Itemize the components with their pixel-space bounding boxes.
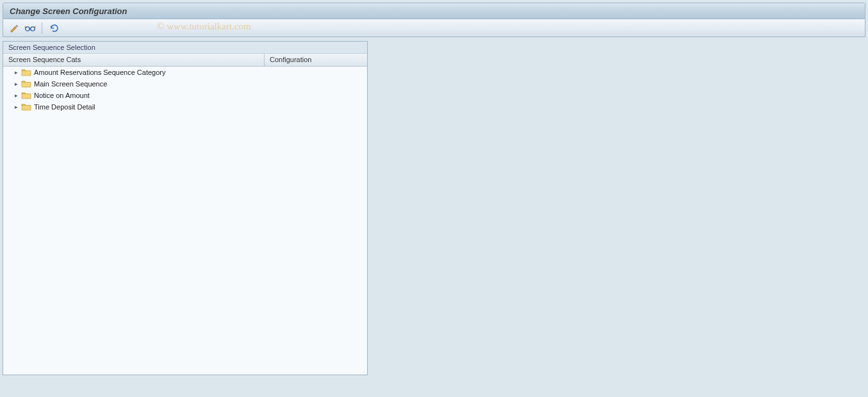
- page-title: Change Screen Configuration: [10, 6, 127, 16]
- content-area: Screen Sequence Selection Screen Sequenc…: [3, 41, 865, 397]
- panel-title: Screen Sequence Selection: [3, 42, 367, 54]
- glasses-display-icon[interactable]: [24, 22, 37, 35]
- chevron-right-icon[interactable]: ▸: [13, 104, 19, 109]
- undo-icon[interactable]: [47, 22, 60, 35]
- tree-item-amount-reservations[interactable]: ▸ Amount Reservations Sequence Category: [3, 67, 367, 78]
- tree-item-label: Amount Reservations Sequence Category: [34, 69, 165, 76]
- chevron-right-icon[interactable]: ▸: [13, 70, 19, 75]
- folder-icon: [21, 68, 31, 77]
- tree-item-notice-amount[interactable]: ▸ Notice on Amount: [3, 90, 367, 101]
- screen-sequence-panel: Screen Sequence Selection Screen Sequenc…: [3, 41, 368, 375]
- tree-item-label: Time Deposit Detail: [34, 103, 95, 111]
- toolbar-separator: [42, 22, 42, 34]
- folder-icon: [21, 102, 31, 111]
- toolbar: © www.tutorialkart.com: [3, 19, 865, 37]
- folder-icon: [21, 91, 31, 100]
- tree-item-main-screen[interactable]: ▸ Main Screen Sequence: [3, 78, 367, 90]
- pencil-toggle-icon[interactable]: [8, 22, 21, 35]
- chevron-right-icon[interactable]: ▸: [13, 93, 19, 98]
- svg-point-1: [31, 26, 35, 30]
- watermark: © www.tutorialkart.com: [157, 21, 251, 32]
- column-header-cats[interactable]: Screen Sequence Cats: [3, 54, 265, 66]
- tree-item-label: Notice on Amount: [34, 92, 90, 99]
- svg-point-0: [26, 26, 29, 30]
- chevron-right-icon[interactable]: ▸: [13, 81, 19, 86]
- tree-header: Screen Sequence Cats Configuration: [3, 54, 367, 67]
- tree-body: ▸ Amount Reservations Sequence Category …: [3, 67, 367, 375]
- column-header-config[interactable]: Configuration: [265, 54, 367, 66]
- title-bar: Change Screen Configuration: [3, 3, 865, 19]
- folder-icon: [21, 79, 31, 88]
- tree-item-label: Main Screen Sequence: [34, 80, 107, 88]
- tree-item-time-deposit[interactable]: ▸ Time Deposit Detail: [3, 101, 367, 113]
